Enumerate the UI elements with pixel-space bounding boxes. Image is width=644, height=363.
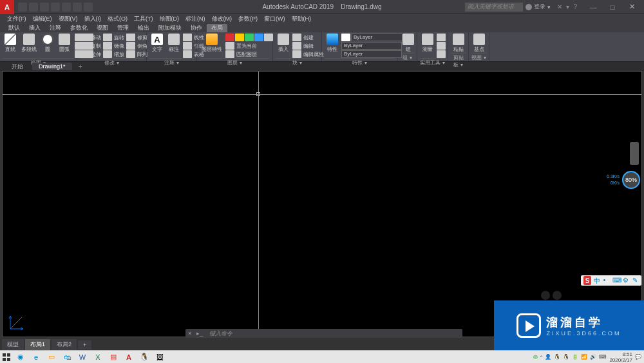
linear-icon[interactable] [183,34,192,41]
tb-word-icon[interactable]: W [76,352,89,362]
tab-layout2[interactable]: 布局2 [52,339,77,350]
menu-edit[interactable]: 编辑(E) [30,15,55,23]
tab-view[interactable]: 视图 [92,24,113,32]
maximize-button[interactable]: □ [603,0,622,14]
layer-props-button[interactable]: 图层特性 [200,34,224,53]
tab-model[interactable]: 模型 [2,339,24,350]
color-combo[interactable]: ByLayer [351,34,402,41]
ime-skin-icon[interactable]: ✎ [632,277,639,284]
search-input[interactable]: 能入关键字或短语 [465,3,523,12]
qat-plot-icon[interactable] [62,3,71,12]
group-button[interactable]: 组 [401,34,416,53]
tray-sound-icon[interactable]: 🔊 [590,354,596,360]
app-logo[interactable]: A [0,0,14,14]
qat-saveas-icon[interactable] [51,3,60,12]
sogou-icon[interactable]: S [583,276,591,285]
tb-explorer-icon[interactable]: ▭ [45,352,58,362]
color-swatch-icon[interactable] [341,34,350,41]
tray-notification-icon[interactable]: 💬 [635,354,641,360]
move-icon[interactable] [80,34,89,41]
menu-window[interactable]: 窗口(W) [261,15,289,23]
tb-store-icon[interactable]: 🛍 [61,352,73,362]
edit-block-icon[interactable] [292,42,301,50]
measure-button[interactable]: 测量 [420,34,435,53]
color-icon[interactable] [225,34,234,41]
menu-help[interactable]: 帮助(H) [289,15,315,23]
qat-save-icon[interactable] [40,3,49,12]
qat-new-icon[interactable] [18,3,27,12]
tb-photos-icon[interactable]: 🖼 [153,352,166,362]
filetab-start[interactable]: 开始 [5,62,30,72]
trim-icon[interactable] [126,34,135,41]
menu-parametric[interactable]: 参数(P) [235,15,261,23]
qat-open-icon[interactable] [29,3,38,12]
leader-icon[interactable] [183,42,192,50]
exchange-icon[interactable]: ✕ [557,3,562,10]
tray-battery-icon[interactable]: 🔋 [572,354,578,360]
help-icon[interactable]: ? [573,3,577,10]
lf-icon[interactable] [254,34,263,41]
tray-people-icon[interactable]: 👤 [545,354,551,360]
array-icon[interactable] [126,50,135,58]
dropdown-icon[interactable]: ▾ [566,3,569,10]
tb-pdf-icon[interactable]: ▤ [107,352,120,362]
edit-attr-icon[interactable] [292,50,301,58]
tab-annotate[interactable]: 注释 [45,24,66,32]
util-icon1[interactable] [437,34,446,41]
menu-insert[interactable]: 插入(I) [81,15,105,23]
menu-format[interactable]: 格式(O) [104,15,131,23]
tab-layout1[interactable]: 布局1 [25,339,50,350]
util-icon2[interactable] [437,42,446,50]
start-button[interactable] [0,351,13,364]
tab-insert[interactable]: 插入 [24,24,45,32]
util-icon3[interactable] [437,50,446,58]
text-button[interactable]: A文字 [149,34,165,53]
menu-view[interactable]: 视图(V) [55,15,81,23]
copy-icon[interactable] [80,42,89,50]
minimize-button[interactable]: — [583,0,603,14]
line-button[interactable]: 直线 [3,34,18,53]
rotate-icon[interactable] [103,34,112,41]
media-next-icon[interactable] [553,291,562,300]
mirror-icon[interactable] [103,42,112,50]
tab-add[interactable]: + [78,340,91,349]
linetype-combo[interactable]: ByLayer [341,50,402,58]
tb-browser-icon[interactable]: ◉ [14,352,27,362]
setcurrent-icon[interactable] [225,42,234,50]
paste-button[interactable]: 粘贴 [451,34,466,53]
tb-excel-icon[interactable]: X [91,352,104,362]
ime-keyboard-icon[interactable]: ⌨ [612,277,620,284]
tab-manage[interactable]: 管理 [113,24,133,32]
tray-clock[interactable]: 8:51 2020/2/17 [609,351,632,363]
media-prev-icon[interactable] [541,291,550,300]
menu-draw[interactable]: 绘图(D) [156,15,183,23]
stretch-icon[interactable] [80,50,89,58]
tab-addins[interactable]: 附加模块 [154,24,186,32]
lineweight-combo[interactable]: ByLayer [341,42,402,50]
ime-cn-icon[interactable]: 中 [594,277,600,284]
login-button[interactable]: 登录 ▾ [526,3,551,11]
properties-button[interactable]: 特性 [325,34,340,53]
cmd-close-icon[interactable]: × [185,330,194,337]
insert-block-button[interactable]: 插入 [276,34,291,53]
lock-icon[interactable] [264,34,273,41]
menu-tools[interactable]: 工具(T) [131,15,156,23]
qat-undo-icon[interactable] [73,3,82,12]
menu-dimension[interactable]: 标注(N) [182,15,209,23]
matchlayer-icon[interactable] [225,50,234,58]
menu-modify[interactable]: 修改(M) [209,15,236,23]
tab-layout[interactable]: 布局 [207,24,227,32]
ime-toolbar[interactable]: S 中 • ⌨ ⚙ ✎ [581,275,641,286]
tab-parametric[interactable]: 参数化 [66,24,92,32]
tb-autocad-icon[interactable]: A [122,352,135,362]
circle-button[interactable]: 圆 [40,34,55,53]
navigation-bar[interactable] [630,142,639,165]
filetab-add[interactable]: + [75,63,86,70]
tb-qq-icon[interactable]: 🐧 [138,352,151,362]
menu-file[interactable]: 文件(F) [4,15,30,23]
lt-icon[interactable] [245,34,254,41]
tray-qq1-icon[interactable]: 🐧 [554,354,560,360]
basepoint-button[interactable]: 基点 [471,34,487,53]
tab-collab[interactable]: 协作 [186,24,207,32]
tab-default[interactable]: 默认 [4,24,24,32]
